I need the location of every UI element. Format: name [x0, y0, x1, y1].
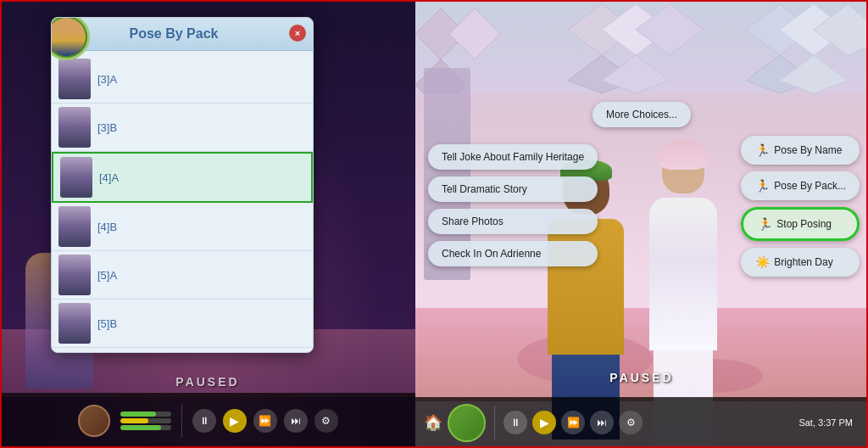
- sim-avatar-bar[interactable]: [448, 404, 486, 442]
- check-in-button[interactable]: Check In On Adrienne: [428, 241, 598, 266]
- female-sim-head: [662, 147, 704, 193]
- home-icon[interactable]: 🏠: [424, 413, 442, 432]
- paused-text-right: PAUSED: [609, 371, 673, 384]
- faster-forward-right[interactable]: ⏭: [590, 411, 614, 434]
- pose-label: [3]A: [97, 73, 117, 86]
- dialog-header: Pose By Pack ×: [52, 18, 313, 51]
- pose-name-icon: 🏃: [754, 143, 770, 158]
- pose-item[interactable]: [5]A: [52, 251, 313, 300]
- pause-button-left[interactable]: ⏸: [192, 409, 216, 433]
- play-button-right[interactable]: ▶: [532, 411, 556, 434]
- pose-thumbnail: [58, 206, 91, 247]
- dialog-title: Pose By Pack: [130, 26, 219, 41]
- settings-button-right[interactable]: ⚙: [619, 411, 643, 434]
- pose-item-selected[interactable]: [4]A: [52, 152, 313, 203]
- needs-bar-1: [120, 412, 171, 417]
- brighten-day-button[interactable]: ☀️ Brighten Day: [741, 248, 860, 277]
- needs-bar-3: [120, 425, 171, 430]
- bottom-bar-right: 🏠 ⏸ ▶ ⏩ ⏭ ⚙ Sat, 3:37 PM: [415, 397, 868, 448]
- share-photos-button[interactable]: Share Photos: [428, 209, 598, 234]
- female-sim-hair: [658, 140, 709, 170]
- left-menu-column: Tell Joke About Family Heritage Tell Dra…: [428, 144, 598, 266]
- pose-thumbnail: [58, 303, 91, 344]
- stop-posing-icon: 🏃: [757, 216, 772, 232]
- pose-label: [4]B: [97, 221, 117, 233]
- fast-forward-2-button[interactable]: ⏭: [284, 409, 308, 433]
- pause-button-right[interactable]: ⏸: [504, 411, 527, 434]
- pose-list[interactable]: [3]A [3]B [4]A [4]B: [52, 51, 313, 352]
- stop-posing-button[interactable]: 🏃 Stop Posing: [741, 207, 860, 241]
- play-button-left[interactable]: ▶: [223, 409, 247, 433]
- svg-marker-1: [449, 8, 500, 59]
- pose-item[interactable]: [3]B: [52, 104, 313, 152]
- pose-label: [5]A: [97, 269, 117, 282]
- pose-item[interactable]: [3]A: [52, 55, 313, 104]
- pose-thumbnail: [58, 59, 91, 99]
- female-sim-body: [649, 198, 717, 350]
- tell-joke-button[interactable]: Tell Joke About Family Heritage: [428, 144, 598, 170]
- top-wall: [415, 0, 868, 93]
- fast-forward-button[interactable]: ⏩: [253, 409, 277, 433]
- pose-pack-icon: 🏃: [754, 178, 770, 193]
- pose-thumbnail: [58, 107, 91, 148]
- tell-story-button[interactable]: Tell Dramatic Story: [428, 176, 598, 202]
- settings-button-left[interactable]: ⚙: [314, 409, 338, 433]
- brighten-icon: ☀️: [754, 255, 770, 270]
- pose-by-pack-dialog: Pose By Pack × [3]A [3]B: [51, 17, 314, 353]
- pose-by-pack-button[interactable]: 🏃 Pose By Pack...: [741, 171, 860, 200]
- more-choices-button[interactable]: More Choices...: [593, 102, 691, 127]
- left-game-panel: Pose By Pack × [3]A [3]B: [0, 0, 415, 448]
- more-choices-area: More Choices...: [593, 102, 691, 127]
- pose-item[interactable]: [5]B: [52, 300, 313, 348]
- needs-bar-2: [120, 418, 171, 423]
- pose-label: [4]A: [99, 171, 119, 184]
- time-display: Sat, 3:37 PM: [798, 417, 853, 428]
- female-sim: [641, 147, 726, 401]
- separator-right: [494, 406, 495, 440]
- pose-label: [3]B: [97, 121, 117, 134]
- close-button[interactable]: ×: [289, 25, 306, 42]
- pose-label: [5]B: [97, 317, 117, 330]
- separator: [181, 404, 182, 438]
- right-game-panel: More Choices... Tell Joke About Family H…: [415, 0, 868, 448]
- wall-pattern-svg: [415, 0, 868, 93]
- pose-thumbnail: [60, 157, 92, 198]
- fast-forward-right[interactable]: ⏩: [561, 411, 585, 434]
- right-menu-column: 🏃 Pose By Name 🏃 Pose By Pack... 🏃 Stop …: [741, 136, 860, 277]
- pose-item[interactable]: [4]B: [52, 203, 313, 251]
- avatar-image: [51, 18, 86, 56]
- pose-by-name-button[interactable]: 🏃 Pose By Name: [741, 136, 860, 165]
- pose-thumbnail: [58, 255, 91, 295]
- bottom-bar-left: ⏸ ▶ ⏩ ⏭ ⚙: [0, 393, 415, 448]
- sim-portrait[interactable]: [78, 405, 110, 437]
- paused-text-left: PAUSED: [175, 375, 239, 389]
